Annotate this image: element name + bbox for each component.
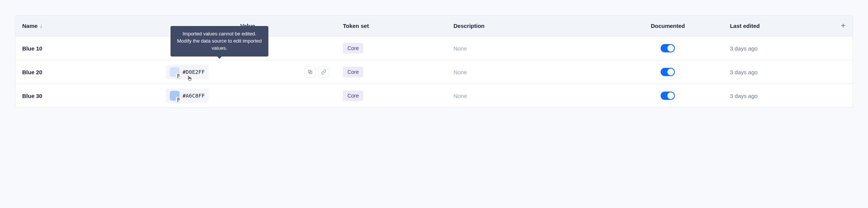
column-header-last-edited-label: Last edited — [730, 23, 760, 29]
token-value-cell: Imported values cannot be edited. Modify… — [159, 60, 336, 84]
column-header-last-edited[interactable]: Last edited — [723, 17, 834, 35]
token-set-badge[interactable]: Core — [343, 67, 363, 77]
column-header-name-label: Name — [22, 23, 38, 29]
column-header-documented-label: Documented — [651, 23, 685, 29]
token-set-cell: Core — [336, 86, 447, 106]
token-set-badge[interactable]: Core — [343, 43, 363, 54]
hex-value-text: #D0E2FF — [183, 69, 205, 75]
documented-cell — [612, 87, 723, 104]
last-edited-cell: 3 days ago — [723, 64, 834, 80]
token-name[interactable]: Blue 30 — [15, 88, 159, 104]
column-header-token-set[interactable]: Token set — [336, 17, 447, 35]
documented-toggle[interactable] — [661, 44, 675, 52]
documented-cell — [612, 40, 723, 57]
sort-down-icon: ↓ — [40, 23, 43, 29]
last-edited-cell: 3 days ago — [723, 41, 834, 56]
documented-toggle[interactable] — [661, 92, 675, 100]
token-set-cell: Core — [336, 38, 447, 58]
copy-button[interactable] — [305, 66, 316, 78]
token-name[interactable]: Blue 20 — [15, 64, 159, 80]
link-icon — [321, 69, 326, 75]
table-header: Name ↓ Value Token set Description Docum… — [15, 15, 853, 37]
token-value-cell: #A6C8FF — [159, 84, 336, 107]
copy-icon — [308, 69, 313, 75]
trailing-cell — [834, 67, 853, 76]
token-set-badge[interactable]: Core — [343, 90, 363, 101]
tooltip: Imported values cannot be edited. Modify… — [171, 26, 268, 57]
hex-value-text: #A6C8FF — [183, 93, 205, 99]
hex-value-pill[interactable]: #A6C8FF — [166, 89, 209, 103]
color-swatch-wrap — [170, 91, 180, 101]
add-column-button[interactable]: + — [834, 15, 853, 36]
trailing-cell — [834, 44, 853, 53]
description-cell[interactable]: None — [447, 41, 613, 56]
column-header-description-label: Description — [454, 23, 485, 29]
row-actions — [305, 66, 329, 78]
figma-badge — [176, 73, 181, 78]
column-header-description[interactable]: Description — [447, 17, 613, 35]
figma-icon — [177, 98, 180, 102]
figma-icon — [177, 74, 180, 78]
trailing-cell — [834, 91, 853, 100]
svg-point-0 — [178, 75, 180, 76]
token-set-cell: Core — [336, 62, 447, 82]
link-button[interactable] — [318, 66, 329, 78]
color-swatch-wrap — [170, 67, 180, 77]
table-row: Blue 20Imported values cannot be edited.… — [15, 60, 853, 84]
tokens-table: Name ↓ Value Token set Description Docum… — [15, 15, 853, 108]
description-cell[interactable]: None — [447, 64, 613, 80]
table-row: Blue 10CoreNone3 days ago — [15, 37, 853, 60]
token-name[interactable]: Blue 10 — [15, 41, 159, 56]
figma-badge — [176, 97, 181, 102]
svg-point-3 — [178, 99, 180, 100]
last-edited-cell: 3 days ago — [723, 88, 834, 104]
documented-cell — [612, 63, 723, 81]
column-header-name[interactable]: Name ↓ — [15, 17, 159, 35]
hex-value-pill[interactable]: #D0E2FF — [166, 65, 209, 79]
plus-icon: + — [841, 21, 845, 30]
description-cell[interactable]: None — [447, 88, 613, 104]
table-row: Blue 30 #A6C8FFCoreNone3 days ago — [15, 84, 853, 107]
column-header-token-set-label: Token set — [343, 23, 369, 29]
column-header-documented[interactable]: Documented — [612, 17, 723, 35]
documented-toggle[interactable] — [661, 68, 675, 76]
